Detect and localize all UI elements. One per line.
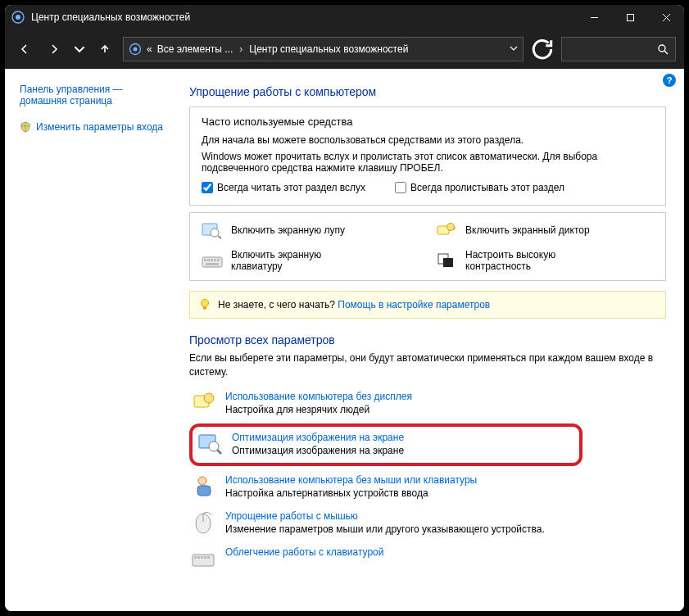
tool-label: Настроить высокуюконтрастность	[465, 249, 555, 272]
svg-point-24	[202, 300, 209, 307]
svg-rect-21	[206, 263, 219, 265]
svg-rect-36	[194, 556, 197, 559]
refresh-button[interactable]	[530, 37, 555, 61]
svg-rect-23	[443, 258, 453, 267]
change-signin-link[interactable]: Изменить параметры входа	[20, 121, 175, 133]
control-panel-home-link[interactable]: Панель управления — домашняя страница	[20, 84, 175, 106]
navbar: « Все элементы ... › Центр специальных в…	[5, 29, 684, 69]
svg-rect-37	[197, 556, 200, 559]
svg-rect-3	[627, 14, 633, 20]
svg-rect-25	[203, 307, 206, 310]
display-optimize-icon	[197, 432, 224, 456]
option-no-display[interactable]: Использование компьютера без дисплея Нас…	[189, 387, 666, 424]
option-desc: Настройка для незрячих людей	[225, 404, 412, 415]
main-content: Упрощение работы с компьютером Часто исп…	[189, 69, 684, 611]
magnifier-icon	[202, 221, 223, 239]
osk-tool[interactable]: Включить экраннуюклавиатуру	[202, 249, 419, 272]
options-list: Использование компьютера без дисплея Нас…	[189, 387, 666, 571]
svg-rect-17	[207, 259, 210, 261]
narrator-tool[interactable]: Включить экранный диктор	[436, 221, 654, 239]
tool-label: Включить экранный диктор	[465, 224, 590, 236]
hint-text: Не знаете, с чего начать? Помощь в настр…	[218, 299, 490, 310]
lightbulb-icon	[198, 298, 211, 311]
mouse-icon	[191, 510, 217, 535]
group-desc: Для начала вы можете воспользоваться сре…	[202, 134, 654, 146]
svg-point-1	[16, 15, 20, 20]
svg-rect-18	[211, 259, 213, 261]
breadcrumb-item[interactable]: Все элементы ...	[157, 43, 233, 55]
control-panel-icon	[129, 43, 142, 56]
option-display-optimize[interactable]: Оптимизация изображения на экране Оптими…	[196, 428, 573, 458]
forward-button[interactable]	[43, 38, 66, 61]
svg-rect-40	[207, 556, 210, 559]
search-icon	[657, 43, 669, 55]
checkbox-input[interactable]	[395, 182, 406, 193]
option-mouse[interactable]: Упрощение работы с мышью Изменение парам…	[189, 507, 666, 543]
option-desc: Настройка альтернативных устройств ввода	[225, 487, 477, 499]
option-link[interactable]: Упрощение работы с мышью	[225, 510, 545, 522]
narrator-icon	[436, 221, 457, 239]
svg-point-27	[204, 393, 214, 403]
magnifier-tool[interactable]: Включить экранную лупу	[202, 221, 419, 239]
quick-tools-group: Часто используемые средства Для начала в…	[189, 106, 666, 206]
address-bar[interactable]: « Все элементы ... › Центр специальных в…	[123, 37, 524, 61]
shield-icon	[20, 121, 31, 133]
page-title: Упрощение работы с компьютером	[189, 85, 666, 98]
option-link[interactable]: Использование компьютера без мыши или кл…	[225, 474, 477, 486]
svg-point-8	[659, 45, 665, 52]
up-button[interactable]	[93, 38, 116, 61]
breadcrumb-item[interactable]: Центр специальных возможностей	[249, 43, 408, 55]
option-no-mouse-keyboard[interactable]: Использование компьютера без мыши или кл…	[189, 471, 666, 507]
svg-rect-38	[201, 556, 203, 559]
keyboard-icon	[202, 251, 223, 270]
svg-rect-15	[202, 257, 222, 267]
option-link[interactable]: Использование компьютера без дисплея	[225, 391, 412, 402]
checkbox-label: Всегда читать этот раздел вслух	[217, 182, 365, 193]
svg-point-31	[198, 477, 206, 485]
svg-point-14	[447, 224, 455, 231]
recent-dropdown-button[interactable]	[72, 38, 87, 61]
group-title: Часто используемые средства	[202, 116, 654, 128]
help-button[interactable]: ?	[663, 74, 676, 87]
svg-rect-20	[217, 259, 220, 261]
option-link[interactable]: Облегчение работы с клавиатурой	[225, 546, 384, 558]
tool-label: Включить экранную лупу	[231, 224, 345, 236]
keyboard-ease-icon	[191, 546, 217, 571]
svg-rect-16	[204, 259, 206, 261]
titlebar: Центр специальных возможностей	[5, 5, 684, 29]
hint-link[interactable]: Помощь в настройке параметров	[338, 299, 490, 310]
svg-line-30	[217, 450, 221, 454]
contrast-tool[interactable]: Настроить высокуюконтрастность	[436, 249, 654, 272]
tools-grid: Включить экранную лупу Включить экранный…	[189, 212, 666, 281]
option-link[interactable]: Оптимизация изображения на экране	[232, 432, 404, 443]
window-title: Центр специальных возможностей	[31, 11, 576, 23]
svg-rect-39	[204, 556, 206, 559]
search-input[interactable]	[561, 37, 676, 61]
chevron-down-icon[interactable]	[510, 43, 518, 55]
app-icon	[11, 11, 25, 24]
close-button[interactable]	[648, 5, 684, 29]
contrast-icon	[436, 251, 457, 270]
tool-label: Включить экраннуюклавиатуру	[231, 249, 321, 272]
svg-line-12	[218, 236, 221, 238]
highlight-callout: Оптимизация изображения на экране Оптими…	[189, 424, 582, 466]
option-desc: Изменение параметров мыши или другого ук…	[225, 523, 545, 535]
scan-checkbox[interactable]: Всегда пролистывать этот раздел	[395, 182, 564, 193]
section-title: Просмотр всех параметров	[189, 333, 666, 346]
group-desc: Windows может прочитать вслух и пролиста…	[202, 151, 654, 174]
back-button[interactable]	[13, 38, 36, 61]
svg-line-9	[664, 51, 668, 54]
breadcrumb-prefix: «	[147, 43, 152, 55]
svg-point-11	[211, 229, 219, 237]
read-aloud-checkbox[interactable]: Всегда читать этот раздел вслух	[202, 182, 365, 193]
maximize-button[interactable]	[612, 5, 648, 29]
svg-point-7	[134, 48, 138, 52]
option-keyboard[interactable]: Облегчение работы с клавиатурой	[189, 543, 666, 571]
checkbox-label: Всегда пролистывать этот раздел	[410, 182, 564, 193]
chevron-right-icon[interactable]: ›	[238, 43, 244, 55]
option-desc: Оптимизация изображения на экране	[232, 445, 404, 456]
no-mouse-keyboard-icon	[191, 474, 217, 499]
minimize-button[interactable]	[576, 5, 612, 29]
no-display-icon	[191, 391, 217, 415]
checkbox-input[interactable]	[202, 182, 213, 193]
